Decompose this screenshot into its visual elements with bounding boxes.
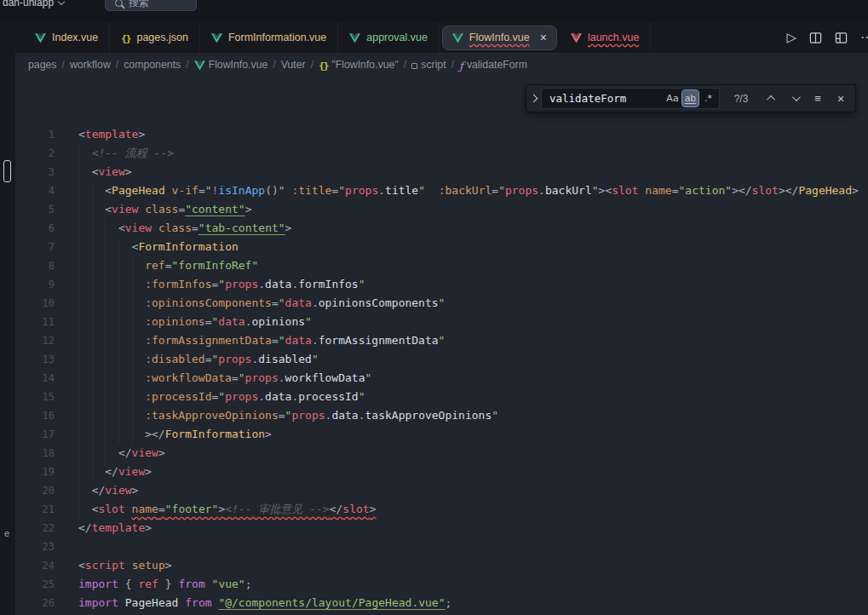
code-line[interactable]: ref="formInfoRef" (78, 256, 868, 275)
breadcrumb-label: FlowInfo.vue (209, 59, 268, 71)
code-line[interactable]: <template> (78, 125, 868, 144)
code-token: " (218, 390, 225, 403)
code-line[interactable]: :disabled="props.disabled" (78, 350, 868, 369)
search-icon (115, 0, 123, 7)
breadcrumb-item-flowinfo-vue[interactable]: FlowInfo.vue (194, 59, 268, 71)
code-line[interactable]: <script setup> (78, 556, 868, 575)
editor[interactable]: 1234567891011121314151617181920212223242… (15, 77, 868, 615)
indent-guide (78, 425, 92, 444)
code-line[interactable]: :processId="props.data.processId" (78, 388, 868, 406)
code-token: view (98, 165, 124, 178)
code-line[interactable]: :workflowData="props.workflowData" (78, 369, 868, 388)
regex-button[interactable]: .* (700, 90, 716, 106)
code-line[interactable]: ></FormInformation> (78, 425, 868, 444)
breadcrumb-item-components[interactable]: components (124, 59, 181, 71)
breadcrumb-label: validateForm (467, 59, 527, 71)
indent-guide (105, 256, 118, 275)
code-token: template (92, 521, 146, 534)
tab-label: Index.vue (52, 32, 98, 43)
line-number: 24 (15, 556, 73, 575)
code-line[interactable]: import { ref } from "vue"; (78, 575, 868, 594)
code-line[interactable]: <slot name="footer"><!-- 审批意见 --></slot> (78, 500, 868, 519)
line-number: 21 (15, 500, 73, 519)
run-icon[interactable]: ▷ (786, 30, 796, 45)
chevron-up-icon (767, 95, 775, 104)
code-token (118, 596, 125, 609)
code-line[interactable]: :opinions="data.opinions" (78, 313, 868, 331)
code-lines: <template> <!-- 流程 --> <view> <PageHead … (73, 125, 868, 612)
code-line[interactable]: </view> (78, 481, 868, 500)
line-number: 1 (15, 125, 73, 144)
braces-icon: {} (319, 60, 328, 72)
breadcrumb-item-workflow[interactable]: workflow (70, 59, 111, 71)
breadcrumb-item-flowinfo-vue[interactable]: {}"FlowInfo.vue" (319, 59, 399, 71)
code-line[interactable]: :formAssignmentData="data.formAssignment… (78, 331, 868, 350)
code-line[interactable]: <FormInformation (78, 238, 868, 256)
previous-match-button[interactable] (762, 89, 781, 108)
tab-label: FlowInfo.vue (469, 32, 530, 43)
tab-index-vue[interactable]: Index.vue (24, 22, 110, 53)
code-line[interactable]: :formInfos="props.data.formInfos" (78, 275, 868, 294)
find-in-selection-button[interactable]: ≡ (808, 89, 827, 108)
tab-forminformation-vue[interactable]: FormInformation.vue (200, 22, 338, 53)
code-line[interactable]: <view> (78, 163, 868, 181)
split-editor-icon[interactable] (809, 32, 822, 44)
close-find-button[interactable]: × (831, 89, 850, 108)
tab-flowinfo-vue[interactable]: FlowInfo.vue× (442, 26, 557, 50)
code-token: . (538, 184, 545, 197)
toggle-replace-button[interactable] (526, 85, 541, 112)
line-number: 20 (15, 481, 73, 500)
customize-layout-icon[interactable] (835, 32, 848, 44)
breadcrumb-item-pages[interactable]: pages (28, 59, 57, 71)
whole-word-button[interactable]: ab (682, 90, 698, 106)
code-token: <!-- 审批意见 --> (225, 503, 329, 515)
breadcrumb-item-validateform[interactable]: ƒvalidateForm (459, 59, 527, 71)
code-line[interactable]: <PageHead v-if="!isInApp()" :title="prop… (78, 181, 868, 200)
code-line[interactable]: <view class="tab-content"> (78, 219, 868, 238)
code-token: { (125, 578, 139, 590)
more-actions-icon[interactable]: ⋯ (860, 30, 868, 45)
code-token: ></ (145, 428, 164, 440)
code-line[interactable]: </view> (78, 463, 868, 481)
code-token: . (279, 371, 285, 384)
code-line[interactable]: <!-- 流程 --> (78, 144, 868, 163)
code-line[interactable]: :taskApproveOpinions="props.data.taskApp… (78, 406, 868, 425)
breadcrumb-label: workflow (70, 59, 111, 71)
rail-handle[interactable] (3, 160, 11, 182)
code-line[interactable]: <view class="content"> (78, 200, 868, 219)
code-token: </ (92, 484, 106, 497)
close-icon[interactable]: × (540, 32, 547, 43)
indent-guide (132, 350, 146, 369)
breadcrumb-separator: / (186, 59, 188, 71)
indent-guide (78, 350, 92, 369)
code-line[interactable] (78, 537, 868, 556)
breadcrumb-item-vuter[interactable]: Vuter (281, 59, 306, 71)
next-match-button[interactable] (785, 89, 804, 108)
chevron-down-icon (58, 0, 65, 5)
symbol-square-icon (411, 63, 417, 69)
tab-launch-vue[interactable]: launch.vue (560, 22, 651, 53)
project-menu[interactable]: dan-uniapp (0, 0, 64, 9)
code-token: props (345, 184, 378, 197)
code-token: slot (98, 503, 124, 515)
breadcrumb-separator: / (311, 59, 313, 71)
code-token: " (305, 315, 312, 328)
find-input[interactable]: validateForm Aa ab .* (541, 88, 720, 109)
indent-guide (78, 294, 92, 313)
tab-pages-json[interactable]: {}pages.json (110, 22, 200, 53)
code-line[interactable]: import PageHead from "@/components/layou… (78, 594, 868, 612)
breadcrumb-separator: / (404, 59, 406, 71)
code-token: script (85, 559, 125, 572)
code-token: processId (298, 390, 358, 403)
tab-approval-vue[interactable]: approval.vue (338, 22, 440, 53)
line-number: 26 (15, 594, 73, 612)
code-line[interactable]: </view> (78, 444, 868, 463)
match-case-button[interactable]: Aa (664, 90, 681, 106)
code-token: "formInfoRef" (172, 259, 259, 272)
code-line[interactable]: </template> (78, 519, 868, 537)
code-line[interactable]: :opinionsComponents="data.opinionsCompon… (78, 294, 868, 313)
vue-icon (349, 33, 360, 43)
breadcrumb-item-script[interactable]: script (411, 59, 445, 71)
global-search-box[interactable]: 搜索 (105, 0, 197, 11)
breadcrumb-separator: / (62, 59, 65, 71)
